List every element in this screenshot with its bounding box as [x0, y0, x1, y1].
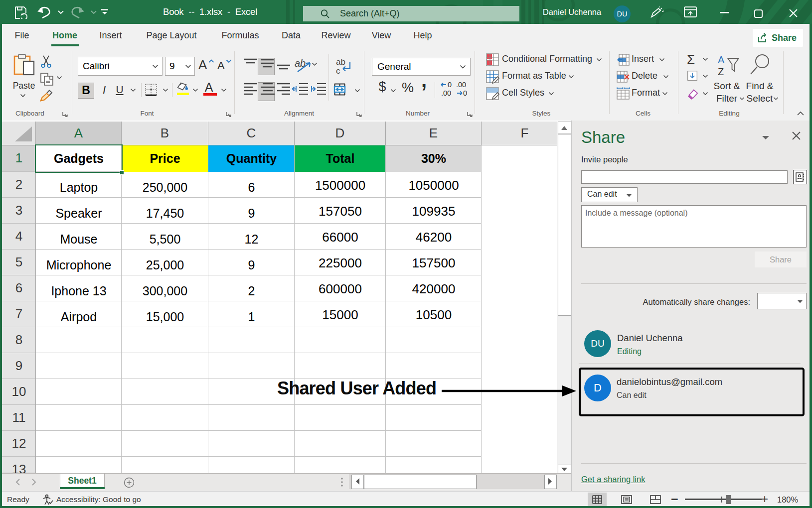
svg-text:.00: .00: [456, 81, 466, 89]
svg-text:c: c: [336, 66, 340, 76]
svg-text:0: 0: [448, 81, 452, 89]
svg-text:Z: Z: [718, 66, 724, 77]
svg-text:A: A: [718, 54, 725, 65]
svg-text:0: 0: [463, 89, 467, 97]
svg-text:.00: .00: [441, 89, 451, 97]
svg-text:ab: ab: [336, 57, 345, 67]
